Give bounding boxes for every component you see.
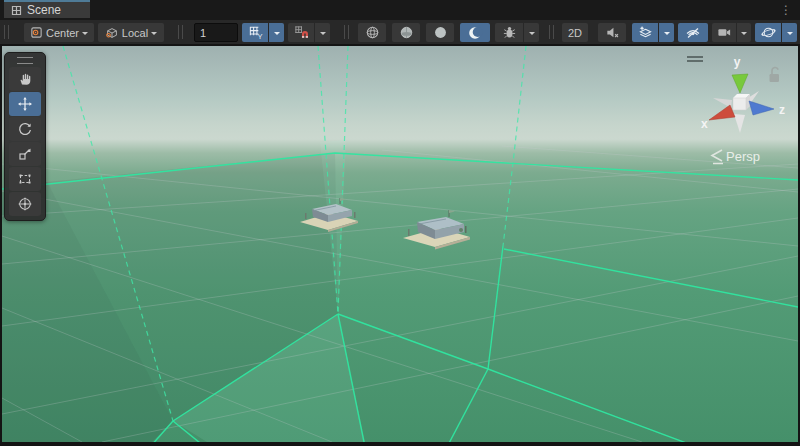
scene-camera-button[interactable]: [712, 23, 736, 42]
pivot-icon: [30, 26, 43, 39]
effects-dropdown[interactable]: [659, 23, 674, 42]
move-tool-button[interactable]: [9, 92, 41, 116]
projection-label: Persp: [726, 149, 760, 164]
gizmos-toggle[interactable]: [755, 23, 781, 42]
scene-lighting-toggle[interactable]: [460, 23, 490, 42]
tab-scene[interactable]: Scene: [4, 0, 90, 18]
grid-magnet-icon: [294, 25, 309, 40]
chevron-down-icon: [787, 32, 793, 38]
axis-z-label: z: [779, 103, 785, 117]
shading-shaded-button[interactable]: [426, 23, 454, 42]
rotate-icon: [17, 121, 33, 137]
gizmo-overlay-handle[interactable]: [687, 57, 703, 61]
scale-icon: [17, 146, 33, 162]
move-icon: [17, 96, 33, 112]
scene-toolbar: Center Local Y: [0, 20, 800, 45]
snap-increment-dropdown[interactable]: [315, 23, 330, 42]
gizmos-sphere-icon: [761, 25, 776, 40]
rect-tool-icon: [17, 171, 33, 187]
rotation-mode-dropdown[interactable]: Local: [98, 23, 164, 42]
chevron-down-icon: [274, 32, 280, 38]
gizmo-center-cube[interactable]: [733, 94, 750, 110]
camera-icon: [717, 25, 732, 40]
svg-text:Y: Y: [257, 32, 262, 40]
chevron-down-icon: [320, 32, 326, 38]
chevron-down-icon: [151, 32, 157, 38]
rotation-mode-label: Local: [122, 27, 148, 39]
rotate-tool-button[interactable]: [9, 117, 41, 141]
snap-increment-button[interactable]: [288, 23, 314, 42]
bug-icon: [502, 25, 517, 40]
shaded-sphere-icon: [433, 25, 448, 40]
projection-toggle[interactable]: Persp: [712, 149, 760, 164]
toolbar-drag-handle[interactable]: [344, 25, 349, 39]
tab-label: Scene: [27, 3, 61, 17]
unity-scene-window: Scene ⋮ Center Local: [0, 0, 800, 446]
persp-arrow-icon: [712, 150, 723, 164]
pivot-mode-dropdown[interactable]: Center: [24, 23, 94, 42]
pivot-mode-label: Center: [46, 27, 79, 39]
grid-visibility-dropdown[interactable]: [269, 23, 284, 42]
rotation-lock-icon[interactable]: [770, 68, 780, 82]
wireframe-sphere-icon: [365, 25, 380, 40]
shading-shaded-wire-button[interactable]: [392, 23, 420, 42]
debug-bug-button[interactable]: [495, 23, 523, 42]
hand-pan-icon: [17, 71, 33, 87]
scene-grid-icon: [11, 5, 22, 16]
effects-toggle[interactable]: [632, 23, 658, 42]
chevron-down-icon: [529, 32, 535, 38]
scene-camera-dropdown[interactable]: [737, 23, 751, 42]
shaded-wire-sphere-icon: [399, 25, 414, 40]
chevron-down-icon: [664, 32, 670, 38]
chevron-down-icon: [82, 32, 88, 38]
effects-layers-icon: [638, 25, 653, 40]
axis-x-label: x: [701, 117, 708, 131]
grid-y-icon: Y: [248, 25, 263, 40]
chevron-down-icon: [741, 32, 747, 38]
audio-muted-toggle[interactable]: [598, 23, 626, 42]
transform-tool-button[interactable]: [9, 192, 41, 216]
orientation-gizmo: y z x Persp: [673, 48, 798, 173]
toolbar-drag-handle[interactable]: [549, 25, 554, 39]
view-tool-button[interactable]: [9, 67, 41, 91]
speaker-muted-icon: [605, 25, 620, 40]
rect-tool-button[interactable]: [9, 167, 41, 191]
eye-slash-icon: [685, 25, 701, 41]
axis-x-cone[interactable]: [709, 105, 735, 120]
cube-icon: [105, 26, 119, 40]
axis-y-label: y: [734, 55, 741, 69]
tools-overlay: [4, 52, 46, 221]
scene-viewport[interactable]: y z x Persp: [2, 46, 798, 442]
grid-visibility-toggle[interactable]: Y: [242, 23, 268, 42]
transform-icon: [17, 196, 33, 212]
scale-tool-button[interactable]: [9, 142, 41, 166]
axis-y-cone[interactable]: [732, 74, 748, 93]
pane-menu-button[interactable]: ⋮: [780, 2, 792, 18]
gizmos-dropdown[interactable]: [782, 23, 797, 42]
tools-overlay-handle[interactable]: [17, 57, 33, 64]
move-snap-input[interactable]: [194, 23, 238, 42]
shading-wireframe-button[interactable]: [358, 23, 386, 42]
moon-icon: [467, 25, 483, 41]
scene-visibility-toggle[interactable]: [678, 23, 708, 42]
2d-label: 2D: [568, 27, 582, 39]
view-2d-toggle[interactable]: 2D: [562, 23, 588, 42]
axis-z-cone[interactable]: [749, 101, 774, 115]
axis-neg-cone[interactable]: [734, 114, 745, 133]
toolbar-drag-handle[interactable]: [4, 25, 9, 39]
tab-strip: Scene ⋮: [0, 0, 800, 20]
debug-dropdown[interactable]: [524, 23, 539, 42]
toolbar-drag-handle[interactable]: [178, 25, 183, 39]
